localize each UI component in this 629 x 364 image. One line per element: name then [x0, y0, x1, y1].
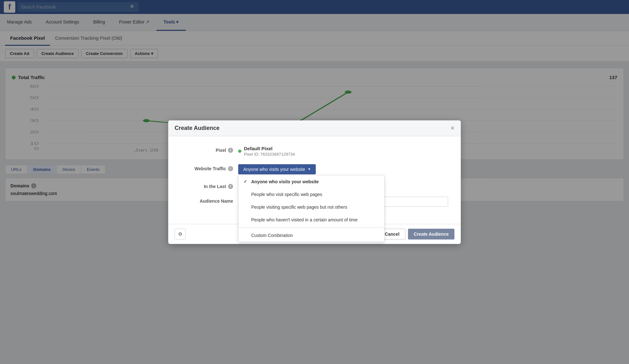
pixel-info-icon[interactable]: i — [228, 148, 233, 153]
in-the-last-label: In the Last i — [181, 182, 238, 189]
create-audience-modal: Create Audience × Pixel i Default Pixel … — [168, 120, 461, 208]
audience-name-label: Audience Name — [181, 197, 238, 204]
traffic-type-dropdown-menu: ✓ Anyone who visits your website People … — [238, 175, 384, 208]
dropdown-option-specific-pages[interactable]: People who visit specific web pages — [238, 188, 384, 201]
modal-title: Create Audience — [175, 125, 219, 131]
pixel-id: Pixel ID: 763323697129734 — [244, 152, 295, 157]
checkmark-icon: ✓ — [244, 179, 249, 184]
website-traffic-row: Website Traffic i Anyone who visits your… — [181, 164, 448, 174]
pixel-name: Default Pixel — [244, 146, 295, 151]
dropdown-caret-icon: ▼ — [308, 167, 311, 171]
dropdown-option-anyone-visits[interactable]: ✓ Anyone who visits your website — [238, 175, 384, 188]
pixel-label: Pixel i — [181, 146, 238, 153]
website-traffic-info-icon[interactable]: i — [228, 166, 233, 171]
website-traffic-dropdown-button[interactable]: Anyone who visits your website ▼ — [238, 164, 316, 174]
dropdown-option-specific-not-others[interactable]: People visiting specific web pages but n… — [238, 201, 384, 208]
pixel-row: Pixel i Default Pixel Pixel ID: 76332369… — [181, 146, 448, 157]
website-traffic-label: Website Traffic i — [181, 164, 238, 171]
modal-body: Pixel i Default Pixel Pixel ID: 76332369… — [168, 136, 461, 208]
website-traffic-field: Anyone who visits your website ▼ ✓ Anyon… — [238, 164, 448, 174]
modal-close-button[interactable]: × — [451, 125, 454, 131]
pixel-info: Default Pixel Pixel ID: 763323697129734 — [238, 146, 448, 157]
pixel-field: Default Pixel Pixel ID: 763323697129734 — [238, 146, 448, 157]
modal-overlay[interactable]: Create Audience × Pixel i Default Pixel … — [0, 0, 629, 208]
pixel-status-dot — [238, 150, 241, 153]
in-the-last-info-icon[interactable]: i — [228, 184, 233, 189]
modal-header: Create Audience × — [168, 120, 461, 136]
